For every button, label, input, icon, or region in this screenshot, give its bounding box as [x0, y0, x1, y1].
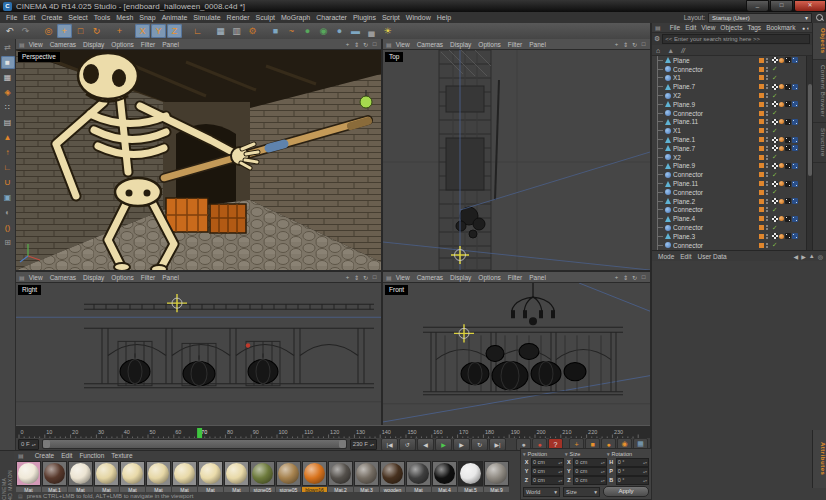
perspective-viewport-canvas[interactable] [16, 50, 381, 270]
zoom-view-icon[interactable]: ⇕ [352, 41, 361, 48]
menu-character[interactable]: Character [316, 14, 347, 21]
render-visibility-dot[interactable] [766, 105, 768, 107]
texture-mode[interactable]: ▦ [1, 71, 15, 84]
render-visibility-dot[interactable] [766, 158, 768, 160]
layer-color-chip[interactable] [759, 216, 764, 221]
render-visibility-dot[interactable] [766, 210, 768, 212]
coordinate-value-field[interactable]: 0 cm▴▾ [531, 476, 564, 485]
layer-color-chip[interactable] [759, 67, 764, 72]
tab-content-browser[interactable]: Content Browser [813, 60, 826, 123]
am-toolbar-icon-2[interactable]: ▲ [809, 253, 815, 260]
table-row[interactable]: X1✓ [652, 126, 806, 135]
check-tag-icon[interactable]: ✓ [772, 75, 777, 81]
lock-x-axis[interactable]: X [135, 24, 150, 38]
layer-color-chip[interactable] [759, 207, 764, 212]
om-menu-bookmark[interactable]: Bookmark [766, 24, 795, 31]
object-name[interactable]: Plane [673, 57, 759, 64]
dice-tag-icon[interactable] [785, 198, 791, 204]
material-thumbnail[interactable] [224, 461, 249, 486]
object-name[interactable]: X2 [673, 154, 759, 161]
viewport-menu-display[interactable]: Display [450, 274, 471, 281]
viewport-menu-filter[interactable]: Filter [508, 274, 522, 281]
coordinate-system[interactable]: ∟ [190, 24, 205, 38]
visibility-dots[interactable] [766, 190, 770, 195]
timeline-ruler[interactable]: 0102030405060708090100110120130140150160… [16, 425, 650, 438]
viewport-menu-icon[interactable]: ▤ [386, 274, 392, 281]
dot-tag-icon[interactable] [779, 216, 784, 221]
tab-attributes[interactable]: Attributes [813, 430, 826, 488]
om-toolbar-icon-0[interactable]: ● [802, 25, 805, 31]
coordinate-value-field[interactable]: 0 °▴▾ [616, 476, 649, 485]
range-slider-right-handle[interactable] [339, 440, 346, 448]
material-menu-function[interactable]: Function [79, 452, 104, 459]
material-thumbnail[interactable] [172, 461, 197, 486]
dice-tag-icon[interactable] [785, 84, 791, 90]
object-name[interactable]: Plane.7 [673, 145, 759, 152]
material-item[interactable]: Mat [120, 461, 145, 493]
layer-color-chip[interactable] [759, 75, 764, 80]
dice-blue-tag-icon[interactable] [792, 119, 798, 125]
material-item[interactable]: Mat [172, 461, 197, 493]
object-name[interactable]: Connector [673, 189, 759, 196]
material-thumbnail[interactable] [68, 461, 93, 486]
object-name[interactable]: Plane.9 [673, 101, 759, 108]
coordinate-value-field[interactable]: 0 cm▴▾ [573, 476, 606, 485]
goto-end-button[interactable]: ▶| [489, 438, 506, 451]
grid-toggle[interactable]: ⊞ [1, 236, 15, 249]
table-row[interactable]: Plane [652, 56, 806, 65]
toggle-view-icon[interactable]: □ [639, 41, 648, 48]
editor-visibility-dot[interactable] [766, 93, 768, 95]
rotate-view-icon[interactable]: ↻ [630, 41, 639, 48]
home-icon[interactable]: ⌂ [656, 47, 660, 54]
visibility-dots[interactable] [766, 155, 770, 160]
menu-plugins[interactable]: Plugins [353, 14, 376, 21]
render-view-button[interactable]: ▦ [213, 24, 228, 38]
table-row[interactable]: Plane.2 [652, 197, 806, 206]
dice-tag-icon[interactable] [785, 101, 791, 107]
rotate-view-icon[interactable]: ↻ [361, 41, 370, 48]
range-start-spinner[interactable]: 0 F ▴▾ [18, 439, 39, 450]
object-name[interactable]: Connector [673, 110, 759, 117]
viewport-menu-options[interactable]: Options [111, 41, 133, 48]
zoom-view-icon[interactable]: ⇕ [621, 274, 630, 281]
render-visibility-dot[interactable] [766, 237, 768, 239]
material-thumbnail[interactable] [198, 461, 223, 486]
layer-color-chip[interactable] [759, 172, 764, 177]
editor-visibility-dot[interactable] [766, 225, 768, 227]
dice-tag-icon[interactable] [785, 216, 791, 222]
material-thumbnail[interactable] [484, 461, 509, 486]
apply-button[interactable]: Apply [603, 486, 649, 497]
layer-color-chip[interactable] [759, 119, 764, 124]
dice-blue-tag-icon[interactable] [792, 137, 798, 143]
workplane-mode[interactable]: ◈ [1, 86, 15, 99]
menu-snap[interactable]: Snap [139, 14, 155, 21]
visibility-dots[interactable] [766, 181, 770, 186]
table-row[interactable]: Plane.3 [652, 232, 806, 241]
dice-tag-icon[interactable] [785, 233, 791, 239]
material-thumbnail[interactable] [432, 461, 457, 486]
editor-visibility-dot[interactable] [766, 181, 768, 183]
texture-tag-icon[interactable] [772, 57, 778, 63]
convert-mode[interactable]: ⇄ [1, 41, 15, 54]
editor-visibility-dot[interactable] [766, 199, 768, 201]
render-visibility-dot[interactable] [766, 184, 768, 186]
viewport-menu-options[interactable]: Options [478, 41, 500, 48]
object-name[interactable]: Connector [673, 66, 759, 73]
render-visibility-dot[interactable] [766, 202, 768, 204]
pan-view-icon[interactable]: + [612, 274, 621, 281]
material-thumbnail[interactable] [406, 461, 431, 486]
material-thumbnail[interactable] [302, 461, 327, 486]
material-thumbnail[interactable] [94, 461, 119, 486]
dice-tag-icon[interactable] [785, 163, 791, 169]
dice-blue-tag-icon[interactable] [792, 84, 798, 90]
render-visibility-dot[interactable] [766, 166, 768, 168]
move-tool[interactable]: + [57, 24, 72, 38]
layer-color-chip[interactable] [759, 111, 764, 116]
visibility-dots[interactable] [766, 111, 770, 116]
dot-tag-icon[interactable] [779, 199, 784, 204]
material-item[interactable]: stone05 [276, 461, 301, 493]
dot-tag-icon[interactable] [779, 119, 784, 124]
material-item[interactable]: Mat.1 [42, 461, 67, 493]
play-button[interactable]: ▶ [435, 438, 452, 451]
viewport-menu-view[interactable]: View [396, 274, 410, 281]
